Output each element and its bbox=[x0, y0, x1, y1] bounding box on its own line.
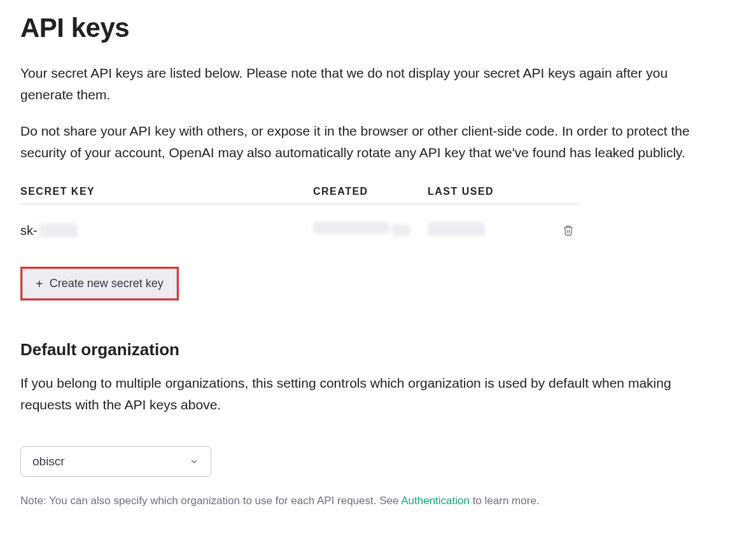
trash-icon[interactable] bbox=[563, 224, 574, 237]
org-select-value: obiscr bbox=[32, 455, 65, 469]
create-button-label: Create new secret key bbox=[50, 277, 164, 290]
create-button-highlight: + Create new secret key bbox=[20, 267, 179, 300]
created-cell bbox=[313, 222, 428, 239]
default-org-description: If you belong to multiple organizations,… bbox=[20, 372, 720, 415]
key-prefix-text: sk- bbox=[20, 223, 38, 238]
header-created: CREATED bbox=[313, 186, 428, 197]
note-suffix: to learn more. bbox=[470, 495, 540, 507]
create-secret-key-button[interactable]: + Create new secret key bbox=[22, 269, 177, 299]
page-title: API keys bbox=[20, 13, 736, 43]
header-secret-key: SECRET KEY bbox=[20, 186, 313, 197]
redacted-created-2 bbox=[392, 225, 410, 236]
authentication-link[interactable]: Authentication bbox=[401, 495, 470, 507]
note-prefix: Note: You can also specify which organiz… bbox=[20, 495, 401, 507]
default-org-title: Default organization bbox=[20, 340, 736, 360]
description-2: Do not share your API key with others, o… bbox=[20, 120, 720, 163]
key-cell: sk- bbox=[20, 223, 313, 238]
description-1: Your secret API keys are listed below. P… bbox=[20, 62, 720, 105]
org-note: Note: You can also specify which organiz… bbox=[20, 495, 736, 507]
plus-icon: + bbox=[36, 278, 43, 290]
table-row: sk- bbox=[20, 204, 580, 251]
redacted-key bbox=[39, 223, 77, 237]
header-last-used: LAST USED bbox=[428, 186, 542, 197]
org-select[interactable]: obiscr bbox=[20, 446, 211, 477]
redacted-last-used bbox=[428, 222, 485, 236]
table-header: SECRET KEY CREATED LAST USED bbox=[20, 186, 580, 204]
redacted-created bbox=[313, 222, 389, 234]
api-keys-table: SECRET KEY CREATED LAST USED sk- bbox=[20, 186, 580, 251]
actions-cell bbox=[542, 224, 580, 237]
chevron-down-icon bbox=[189, 456, 199, 467]
last-used-cell bbox=[428, 222, 542, 239]
